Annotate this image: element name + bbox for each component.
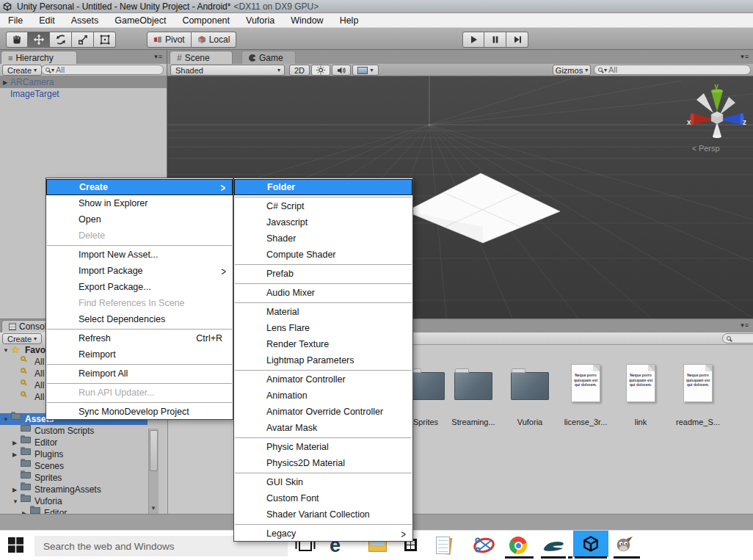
move-icon bbox=[33, 34, 45, 46]
menu-item-custom-font[interactable]: Custom Font bbox=[234, 490, 412, 506]
menu-item-label: Shader Variant Collection bbox=[266, 509, 370, 520]
tree-item-scenes[interactable]: Scenes bbox=[0, 460, 167, 472]
notepad-icon[interactable] bbox=[436, 537, 452, 555]
tab-hierarchy[interactable]: ≡ Hierarchy bbox=[1, 51, 77, 64]
hand-tool-button[interactable] bbox=[6, 32, 28, 48]
panel-menu-icon[interactable]: ▾≡ bbox=[154, 53, 163, 60]
menu-item-c-script[interactable]: C# Script bbox=[234, 198, 412, 214]
search-filter-caret-icon: ▾ bbox=[604, 67, 607, 73]
tree-item-vuforia[interactable]: ▼Vuforia bbox=[0, 495, 167, 507]
asset-license-3r[interactable]: Neque porro quisquam est qui dolorem.lic… bbox=[559, 363, 612, 426]
snipping-tool-icon[interactable] bbox=[473, 535, 496, 556]
menu-item-render-texture[interactable]: Render Texture bbox=[234, 336, 412, 352]
hierarchy-search-input[interactable]: ▾ All bbox=[41, 65, 164, 75]
menu-item-folder[interactable]: Folder bbox=[234, 179, 412, 195]
asset-readme-s[interactable]: Neque porro quisquam est qui dolorem.rea… bbox=[672, 363, 724, 426]
hierarchy-item-imagetarget[interactable]: ImageTarget bbox=[0, 88, 167, 100]
hierarchy-item-arcamera[interactable]: ▶ARCamera bbox=[0, 76, 167, 88]
menu-item-animator-controller[interactable]: Animator Controller bbox=[234, 371, 412, 388]
menu-item-animation[interactable]: Animation bbox=[234, 388, 412, 404]
menu-item-open[interactable]: Open bbox=[46, 211, 233, 228]
expand-arrow-icon: ▶ bbox=[22, 508, 26, 514]
menu-vuforia[interactable]: Vuforia bbox=[238, 15, 283, 26]
menu-item-gui-skin[interactable]: GUI Skin bbox=[234, 474, 412, 490]
hierarchy-item-label: ARCamera bbox=[10, 77, 54, 87]
menu-item-legacy[interactable]: Legacy> bbox=[234, 526, 412, 542]
effects-dropdown-button[interactable]: ▾ bbox=[352, 65, 379, 76]
start-button[interactable] bbox=[8, 537, 23, 556]
scale-tool-button[interactable] bbox=[72, 32, 94, 48]
lighting-toggle-button[interactable] bbox=[311, 65, 330, 76]
menu-item-sync-monodevelop-project[interactable]: Sync MonoDevelop Project bbox=[46, 404, 233, 420]
tab-game[interactable]: Game bbox=[241, 51, 296, 64]
panel-menu-icon[interactable]: ▾≡ bbox=[741, 321, 749, 329]
audio-toggle-button[interactable] bbox=[332, 65, 351, 76]
play-button[interactable] bbox=[462, 32, 484, 48]
shading-mode-dropdown[interactable]: Shaded ▾ bbox=[170, 65, 285, 76]
menu-component[interactable]: Component bbox=[174, 15, 238, 26]
rotate-tool-button[interactable] bbox=[50, 32, 72, 48]
menu-item-physics2d-material[interactable]: Physics2D Material bbox=[234, 455, 412, 471]
perspective-label[interactable]: < Persp bbox=[692, 144, 720, 153]
menu-window[interactable]: Window bbox=[283, 15, 331, 26]
gizmos-dropdown[interactable]: Gizmos▾ bbox=[553, 65, 591, 76]
menu-assets[interactable]: Assets bbox=[63, 15, 107, 26]
menu-item-prefab[interactable]: Prefab bbox=[234, 266, 412, 282]
tree-item-label: All bbox=[34, 356, 44, 368]
menu-gameobject[interactable]: GameObject bbox=[106, 15, 174, 26]
tree-item-sprites[interactable]: Sprites bbox=[0, 472, 167, 484]
rect-tool-button[interactable] bbox=[94, 32, 116, 48]
menu-item-shader[interactable]: Shader bbox=[234, 230, 412, 247]
menu-item-import-new-asset[interactable]: Import New Asset... bbox=[46, 247, 233, 263]
scrollbar-down-arrow-icon[interactable]: ▼ bbox=[150, 505, 156, 512]
pivot-button[interactable]: Pivot bbox=[147, 32, 192, 48]
menu-item-avatar-mask[interactable]: Avatar Mask bbox=[234, 420, 412, 436]
asset-link[interactable]: Neque porro quisquam est qui dolorem.lin… bbox=[614, 363, 667, 426]
menu-item-compute-shader[interactable]: Compute Shader bbox=[234, 247, 412, 263]
tree-item-custom-scripts[interactable]: Custom Scripts bbox=[0, 425, 167, 437]
project-tree-scrollbar[interactable]: ▼ bbox=[148, 429, 159, 514]
menu-item-show-in-explorer[interactable]: Show in Explorer bbox=[46, 195, 233, 211]
menu-edit[interactable]: Edit bbox=[31, 15, 63, 26]
project-search-input[interactable] bbox=[722, 333, 753, 343]
tree-item-streamingassets[interactable]: ▶StreamingAssets bbox=[0, 484, 167, 495]
menu-item-animator-override-controller[interactable]: Animator Override Controller bbox=[234, 404, 412, 420]
menu-item-shader-variant-collection[interactable]: Shader Variant Collection bbox=[234, 506, 412, 523]
menu-item-refresh[interactable]: RefreshCtrl+R bbox=[46, 330, 233, 346]
menu-help[interactable]: Help bbox=[332, 15, 367, 26]
app-icon-swoosh[interactable] bbox=[542, 539, 567, 553]
menu-item-reimport[interactable]: Reimport bbox=[46, 346, 233, 363]
pause-button[interactable] bbox=[484, 32, 506, 48]
menu-file[interactable]: File bbox=[0, 15, 31, 26]
tab-scene[interactable]: # Scene bbox=[170, 51, 233, 64]
menu-item-lens-flare[interactable]: Lens Flare bbox=[234, 320, 412, 336]
menu-item-create[interactable]: Create> bbox=[46, 179, 233, 195]
scene-orientation-gizmo[interactable]: y x z bbox=[686, 82, 748, 144]
hierarchy-create-button[interactable]: Create▾ bbox=[2, 65, 42, 76]
chrome-icon[interactable] bbox=[509, 537, 527, 554]
menu-item-import-package[interactable]: Import Package> bbox=[46, 263, 233, 279]
local-button[interactable]: Local bbox=[192, 32, 237, 48]
project-create-button[interactable]: Create▾ bbox=[2, 333, 42, 344]
tree-item-editor[interactable]: ▶Editor bbox=[0, 437, 167, 448]
step-button[interactable] bbox=[506, 32, 528, 48]
menu-item-audio-mixer[interactable]: Audio Mixer bbox=[234, 285, 412, 301]
tree-item-editor[interactable]: ▶Editor bbox=[0, 507, 167, 514]
scrollbar-thumb[interactable] bbox=[150, 430, 158, 471]
menu-item-reimport-all[interactable]: Reimport All bbox=[46, 366, 233, 382]
move-tool-button[interactable] bbox=[28, 32, 50, 48]
scene-search-input[interactable]: ▾ All bbox=[594, 65, 751, 75]
asset-streaming[interactable]: Streaming... bbox=[447, 363, 500, 426]
panel-menu-icon[interactable]: ▾≡ bbox=[741, 53, 749, 60]
menu-item-javascript[interactable]: Javascript bbox=[234, 214, 412, 230]
menu-item-physic-material[interactable]: Physic Material bbox=[234, 439, 412, 455]
unity-taskbar-button[interactable] bbox=[573, 531, 608, 557]
menu-item-lightmap-parameters[interactable]: Lightmap Parameters bbox=[234, 352, 412, 368]
menu-item-select-dependencies[interactable]: Select Dependencies bbox=[46, 311, 233, 327]
2d-toggle-button[interactable]: 2D bbox=[289, 65, 310, 76]
asset-vuforia[interactable]: Vuforia bbox=[503, 363, 556, 426]
gimp-icon[interactable] bbox=[615, 537, 633, 554]
menu-item-material[interactable]: Material bbox=[234, 304, 412, 320]
tree-item-plugins[interactable]: ▶Plugins bbox=[0, 448, 167, 460]
menu-item-export-package[interactable]: Export Package... bbox=[46, 279, 233, 295]
